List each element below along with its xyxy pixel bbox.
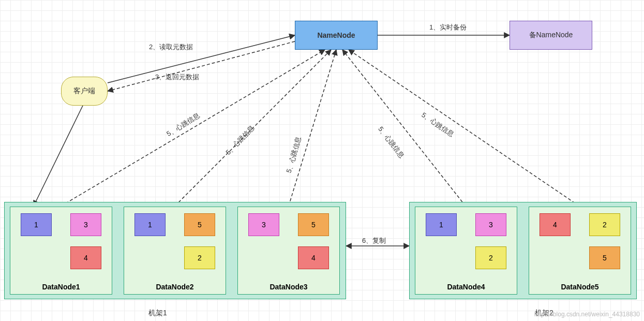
datanode-label: DataNode4	[415, 281, 517, 294]
block: 4	[298, 246, 329, 269]
block: 4	[70, 246, 101, 269]
datanode-3: 3 5 4 DataNode3	[237, 207, 340, 295]
datanode-2: 1 5 2 DataNode2	[124, 207, 226, 295]
svg-line-2	[108, 41, 295, 91]
block: 3	[248, 213, 279, 236]
label-e6: 6、复制	[362, 236, 386, 245]
label-e3: 3、返回元数据	[155, 72, 199, 82]
label-hb4: 5、心跳信息	[376, 125, 407, 160]
block: 2	[589, 213, 620, 236]
label-hb1: 5、心跳信息	[165, 111, 202, 139]
block: 5	[184, 213, 215, 236]
rack-2: 1 3 2 DataNode4 4 2 5 DataNode5	[409, 202, 637, 299]
block: 2	[475, 246, 506, 269]
namenode-box: NameNode	[295, 21, 378, 50]
label-hb5: 5、心跳信息	[420, 110, 456, 139]
block: 3	[475, 213, 506, 236]
rack-1: 1 3 4 DataNode1 1 5 2 DataNode2 3 5 4 Da…	[4, 202, 346, 299]
svg-line-3	[34, 106, 83, 206]
datanode-4-blocks: 1 3 2	[415, 207, 517, 281]
rack-1-label: 机架1	[142, 309, 173, 318]
datanode-4: 1 3 2 DataNode4	[415, 207, 517, 295]
block: 2	[184, 246, 215, 269]
client-box: 客户端	[61, 77, 108, 106]
backup-namenode-box: 备NameNode	[510, 21, 592, 50]
datanode-3-blocks: 3 5 4	[238, 207, 339, 281]
block: 4	[540, 213, 571, 236]
block: 5	[589, 246, 620, 269]
diagram-canvas: 1、实时备份 2、读取元数据 3、返回元数据 6、复制 5、心跳信息 5、心跳信…	[0, 0, 644, 321]
datanode-1: 1 3 4 DataNode1	[10, 207, 112, 295]
datanode-2-blocks: 1 5 2	[124, 207, 226, 281]
block: 3	[70, 213, 101, 236]
datanode-5: 4 2 5 DataNode5	[529, 207, 631, 295]
svg-line-6	[289, 50, 336, 206]
block: 1	[426, 213, 457, 236]
datanode-label: DataNode1	[10, 281, 112, 294]
label-e2: 2、读取元数据	[149, 42, 193, 52]
datanode-label: DataNode5	[529, 281, 631, 294]
watermark: https://blog.csdn.net/weixin_44318830	[534, 311, 640, 318]
label-hb3: 5、心跳信息	[284, 136, 304, 174]
datanode-5-blocks: 4 2 5	[529, 207, 631, 281]
label-hb2: 5、心跳信息	[224, 124, 257, 157]
label-e1: 1、实时备份	[429, 23, 467, 32]
svg-line-1	[108, 35, 295, 83]
datanode-1-blocks: 1 3 4	[10, 207, 112, 281]
datanode-label: DataNode2	[124, 281, 226, 294]
datanode-label: DataNode3	[238, 281, 339, 294]
block: 5	[298, 213, 329, 236]
block: 1	[21, 213, 52, 236]
block: 1	[134, 213, 166, 236]
